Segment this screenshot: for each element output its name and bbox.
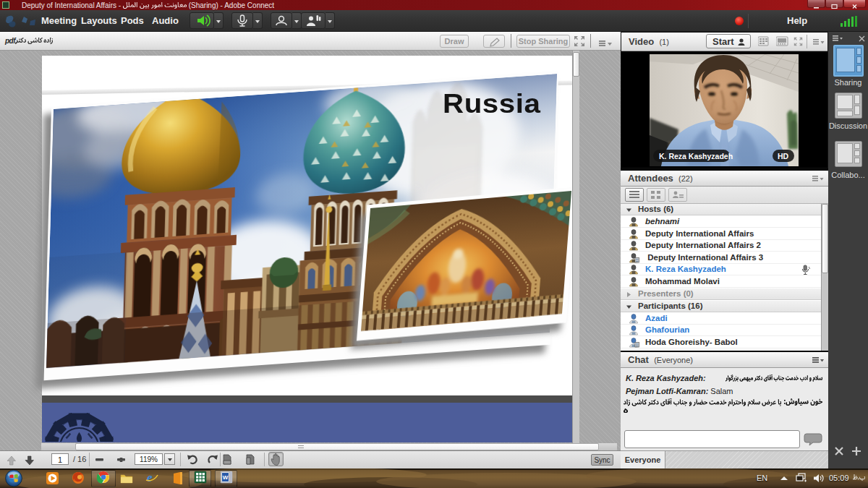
svg-text:HD: HD bbox=[778, 152, 789, 160]
svg-text:W: W bbox=[222, 474, 228, 481]
svg-text:K. Reza Kashyzadeh: K. Reza Kashyzadeh bbox=[659, 152, 733, 160]
svg-text:e: e bbox=[147, 471, 153, 484]
